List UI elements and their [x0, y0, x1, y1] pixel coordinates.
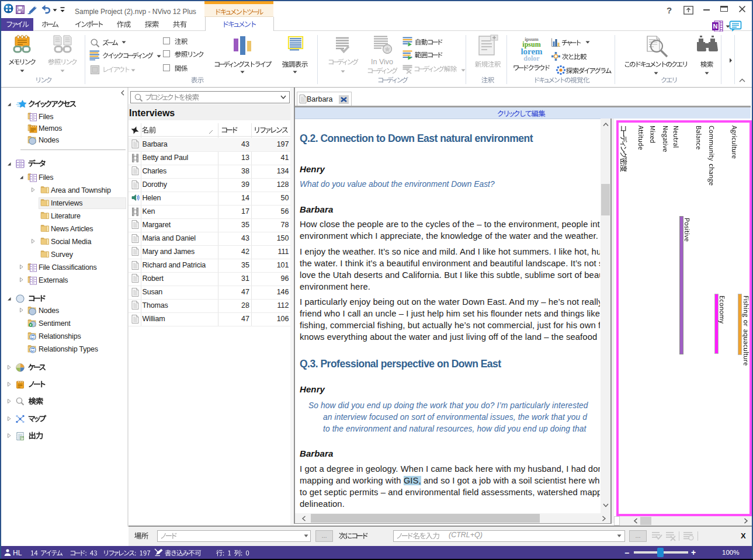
svg-text:dolor: dolor: [523, 54, 540, 62]
svg-text:N: N: [713, 23, 718, 30]
